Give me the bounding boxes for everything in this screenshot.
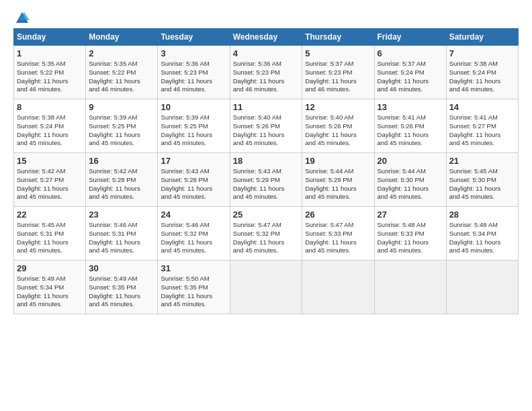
day-info: Sunrise: 5:39 AMSunset: 5:25 PMDaylight:… <box>89 113 140 146</box>
day-info: Sunrise: 5:50 AMSunset: 5:35 PMDaylight:… <box>161 275 212 308</box>
calendar-row: 1Sunrise: 5:35 AMSunset: 5:22 PMDaylight… <box>14 46 519 99</box>
day-info: Sunrise: 5:39 AMSunset: 5:25 PMDaylight:… <box>161 113 212 146</box>
table-row: 9Sunrise: 5:39 AMSunset: 5:25 PMDaylight… <box>86 99 158 153</box>
day-number: 15 <box>17 156 83 166</box>
day-info: Sunrise: 5:36 AMSunset: 5:23 PMDaylight:… <box>161 60 212 93</box>
table-row: 29Sunrise: 5:49 AMSunset: 5:34 PMDayligh… <box>14 261 86 314</box>
day-info: Sunrise: 5:46 AMSunset: 5:32 PMDaylight:… <box>161 221 212 254</box>
table-row: 13Sunrise: 5:41 AMSunset: 5:26 PMDayligh… <box>374 99 446 153</box>
table-row: 24Sunrise: 5:46 AMSunset: 5:32 PMDayligh… <box>158 207 230 261</box>
table-row: 16Sunrise: 5:42 AMSunset: 5:28 PMDayligh… <box>86 153 158 207</box>
day-number: 20 <box>378 156 443 166</box>
day-number: 25 <box>233 210 300 220</box>
header-wednesday: Wednesday <box>230 29 302 46</box>
calendar-header-row: SundayMondayTuesdayWednesdayThursdayFrid… <box>14 29 519 46</box>
day-info: Sunrise: 5:49 AMSunset: 5:34 PMDaylight:… <box>17 275 69 308</box>
calendar-body: 1Sunrise: 5:35 AMSunset: 5:22 PMDaylight… <box>14 46 519 314</box>
day-number: 19 <box>305 156 371 166</box>
day-info: Sunrise: 5:49 AMSunset: 5:35 PMDaylight:… <box>89 275 140 308</box>
day-info: Sunrise: 5:37 AMSunset: 5:23 PMDaylight:… <box>305 60 357 93</box>
day-number: 16 <box>89 156 154 166</box>
day-info: Sunrise: 5:47 AMSunset: 5:32 PMDaylight:… <box>233 221 285 254</box>
table-row: 23Sunrise: 5:46 AMSunset: 5:31 PMDayligh… <box>86 207 158 261</box>
day-info: Sunrise: 5:35 AMSunset: 5:22 PMDaylight:… <box>89 60 140 93</box>
table-row: 20Sunrise: 5:44 AMSunset: 5:30 PMDayligh… <box>374 153 446 207</box>
day-number: 2 <box>89 48 154 58</box>
table-row: 21Sunrise: 5:45 AMSunset: 5:30 PMDayligh… <box>446 153 518 207</box>
calendar-row: 8Sunrise: 5:38 AMSunset: 5:24 PMDaylight… <box>14 99 519 153</box>
day-info: Sunrise: 5:43 AMSunset: 5:29 PMDaylight:… <box>233 167 285 200</box>
header-saturday: Saturday <box>446 29 518 46</box>
day-number: 18 <box>233 156 300 166</box>
calendar: SundayMondayTuesdayWednesdayThursdayFrid… <box>13 28 519 314</box>
table-row: 31Sunrise: 5:50 AMSunset: 5:35 PMDayligh… <box>158 261 230 314</box>
table-row <box>230 261 302 314</box>
day-info: Sunrise: 5:45 AMSunset: 5:31 PMDaylight:… <box>17 221 69 254</box>
table-row: 25Sunrise: 5:47 AMSunset: 5:32 PMDayligh… <box>230 207 302 261</box>
day-info: Sunrise: 5:38 AMSunset: 5:24 PMDaylight:… <box>17 113 69 146</box>
day-number: 17 <box>161 156 226 166</box>
day-info: Sunrise: 5:35 AMSunset: 5:22 PMDaylight:… <box>17 60 69 93</box>
day-number: 22 <box>17 210 83 220</box>
calendar-row: 29Sunrise: 5:49 AMSunset: 5:34 PMDayligh… <box>14 261 519 314</box>
day-number: 26 <box>305 210 371 220</box>
table-row: 11Sunrise: 5:40 AMSunset: 5:26 PMDayligh… <box>230 99 302 153</box>
table-row: 19Sunrise: 5:44 AMSunset: 5:29 PMDayligh… <box>302 153 374 207</box>
day-number: 9 <box>89 102 154 112</box>
header-friday: Friday <box>374 29 446 46</box>
page: SundayMondayTuesdayWednesdayThursdayFrid… <box>0 0 532 321</box>
calendar-row: 22Sunrise: 5:45 AMSunset: 5:31 PMDayligh… <box>14 207 519 261</box>
day-number: 23 <box>89 210 154 220</box>
day-number: 30 <box>89 263 154 273</box>
day-number: 14 <box>449 102 515 112</box>
day-info: Sunrise: 5:41 AMSunset: 5:27 PMDaylight:… <box>449 113 501 146</box>
calendar-row: 15Sunrise: 5:42 AMSunset: 5:27 PMDayligh… <box>14 153 519 207</box>
day-info: Sunrise: 5:41 AMSunset: 5:26 PMDaylight:… <box>378 113 429 146</box>
table-row: 4Sunrise: 5:36 AMSunset: 5:23 PMDaylight… <box>230 46 302 99</box>
day-number: 13 <box>378 102 443 112</box>
day-number: 5 <box>305 48 371 58</box>
table-row: 26Sunrise: 5:47 AMSunset: 5:33 PMDayligh… <box>302 207 374 261</box>
table-row: 14Sunrise: 5:41 AMSunset: 5:27 PMDayligh… <box>446 99 518 153</box>
table-row: 22Sunrise: 5:45 AMSunset: 5:31 PMDayligh… <box>14 207 86 261</box>
day-info: Sunrise: 5:44 AMSunset: 5:29 PMDaylight:… <box>305 167 357 200</box>
day-info: Sunrise: 5:42 AMSunset: 5:27 PMDaylight:… <box>17 167 69 200</box>
table-row: 6Sunrise: 5:37 AMSunset: 5:24 PMDaylight… <box>374 46 446 99</box>
logo <box>13 11 30 23</box>
logo-icon <box>15 11 30 26</box>
table-row: 10Sunrise: 5:39 AMSunset: 5:25 PMDayligh… <box>158 99 230 153</box>
day-info: Sunrise: 5:38 AMSunset: 5:24 PMDaylight:… <box>449 60 501 93</box>
day-number: 27 <box>378 210 443 220</box>
table-row <box>374 261 446 314</box>
table-row: 28Sunrise: 5:48 AMSunset: 5:34 PMDayligh… <box>446 207 518 261</box>
day-number: 10 <box>161 102 226 112</box>
table-row: 2Sunrise: 5:35 AMSunset: 5:22 PMDaylight… <box>86 46 158 99</box>
table-row: 27Sunrise: 5:48 AMSunset: 5:33 PMDayligh… <box>374 207 446 261</box>
day-info: Sunrise: 5:40 AMSunset: 5:26 PMDaylight:… <box>305 113 357 146</box>
day-number: 24 <box>161 210 226 220</box>
table-row: 7Sunrise: 5:38 AMSunset: 5:24 PMDaylight… <box>446 46 518 99</box>
header-tuesday: Tuesday <box>158 29 230 46</box>
day-number: 11 <box>233 102 300 112</box>
day-number: 31 <box>161 263 226 273</box>
day-number: 7 <box>449 48 515 58</box>
table-row: 17Sunrise: 5:43 AMSunset: 5:28 PMDayligh… <box>158 153 230 207</box>
header-monday: Monday <box>86 29 158 46</box>
day-info: Sunrise: 5:45 AMSunset: 5:30 PMDaylight:… <box>449 167 501 200</box>
table-row: 12Sunrise: 5:40 AMSunset: 5:26 PMDayligh… <box>302 99 374 153</box>
day-info: Sunrise: 5:48 AMSunset: 5:34 PMDaylight:… <box>449 221 501 254</box>
day-number: 29 <box>17 263 83 273</box>
day-info: Sunrise: 5:43 AMSunset: 5:28 PMDaylight:… <box>161 167 212 200</box>
day-number: 4 <box>233 48 300 58</box>
table-row: 18Sunrise: 5:43 AMSunset: 5:29 PMDayligh… <box>230 153 302 207</box>
table-row: 3Sunrise: 5:36 AMSunset: 5:23 PMDaylight… <box>158 46 230 99</box>
day-number: 28 <box>449 210 515 220</box>
day-number: 3 <box>161 48 226 58</box>
table-row: 15Sunrise: 5:42 AMSunset: 5:27 PMDayligh… <box>14 153 86 207</box>
day-info: Sunrise: 5:46 AMSunset: 5:31 PMDaylight:… <box>89 221 140 254</box>
day-info: Sunrise: 5:47 AMSunset: 5:33 PMDaylight:… <box>305 221 357 254</box>
table-row <box>446 261 518 314</box>
day-number: 6 <box>378 48 443 58</box>
day-number: 8 <box>17 102 83 112</box>
day-number: 1 <box>17 48 83 58</box>
